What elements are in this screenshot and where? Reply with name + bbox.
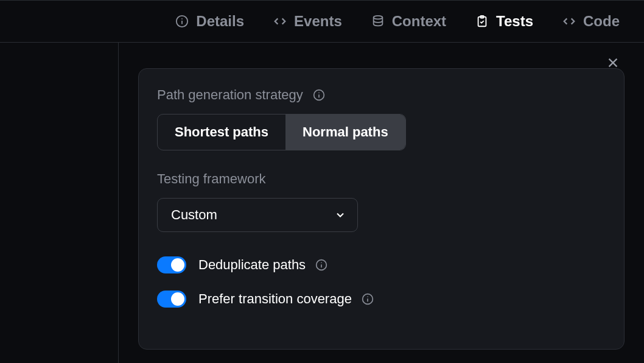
right-pane: Path generation strategy Shortest paths … [119,43,644,363]
path-strategy-toggle: Shortest paths Normal paths [157,114,406,150]
select-value: Custom [171,207,217,223]
label-text: Testing framework [157,171,266,187]
framework-label: Testing framework [157,171,606,187]
tab-label: Events [294,13,342,30]
tab-label: Context [392,13,446,30]
toggle-prefer-coverage[interactable] [157,291,186,308]
info-icon [175,15,189,28]
close-button[interactable] [606,56,620,69]
left-pane [0,43,119,363]
tab-bar: Details Events Context Tests Code [0,0,644,43]
tab-label: Details [196,13,244,30]
clipboard-check-icon [475,15,489,28]
settings-panel: Path generation strategy Shortest paths … [138,68,625,350]
code-icon [562,15,576,28]
tab-label: Tests [496,13,533,30]
path-strategy-label: Path generation strategy [157,87,606,103]
tab-label: Code [583,13,620,30]
tab-tests[interactable]: Tests [475,13,533,30]
info-icon[interactable] [315,259,327,271]
toggle-deduplicate[interactable] [157,256,186,273]
tab-context[interactable]: Context [371,13,446,30]
seg-normal-paths[interactable]: Normal paths [285,115,405,150]
svg-point-10 [318,92,320,93]
label-text: Deduplicate paths [198,257,306,273]
tab-details[interactable]: Details [175,13,244,30]
info-icon[interactable] [313,89,325,101]
chevron-down-icon [334,209,346,221]
svg-point-2 [181,18,183,19]
svg-point-16 [367,296,368,297]
toggle-deduplicate-label: Deduplicate paths [198,257,327,273]
toggle-prefer-label: Prefer transition coverage [198,291,374,307]
info-icon[interactable] [362,293,374,305]
toggle-prefer-row: Prefer transition coverage [157,291,606,308]
database-icon [371,15,385,28]
toggle-deduplicate-row: Deduplicate paths [157,256,606,273]
body-area: Path generation strategy Shortest paths … [0,43,644,363]
tab-events[interactable]: Events [273,13,342,30]
svg-point-13 [321,262,322,263]
label-text: Prefer transition coverage [198,291,352,307]
seg-shortest-paths[interactable]: Shortest paths [158,115,285,150]
code-icon [273,15,287,28]
framework-select[interactable]: Custom [157,198,358,232]
svg-point-3 [373,16,382,19]
tab-code[interactable]: Code [562,13,620,30]
label-text: Path generation strategy [157,87,303,103]
